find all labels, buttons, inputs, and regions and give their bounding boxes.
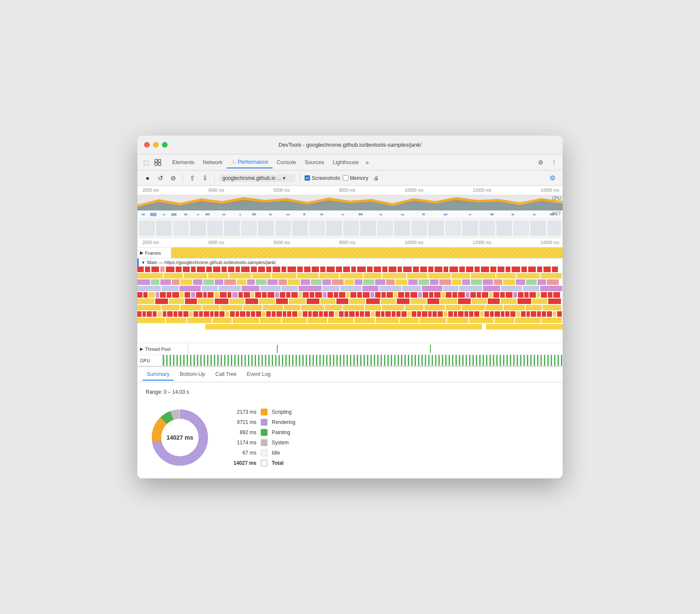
performance-settings-icon[interactable]: ⚙ bbox=[547, 173, 558, 183]
devtools-window: DevTools - googlechrome.github.io/devtoo… bbox=[137, 136, 563, 478]
svg-rect-355 bbox=[339, 311, 344, 317]
inspect-icon[interactable] bbox=[153, 157, 163, 168]
svg-rect-131 bbox=[451, 273, 470, 279]
svg-rect-383 bbox=[484, 311, 489, 317]
clear-recordings-icon[interactable]: 🖨 bbox=[371, 173, 381, 183]
svg-rect-192 bbox=[483, 286, 500, 291]
tab-console[interactable]: Console bbox=[273, 157, 301, 168]
idle-value: 67 ms bbox=[231, 450, 256, 456]
tab-call-tree[interactable]: Call Tree bbox=[211, 369, 241, 381]
svg-rect-83 bbox=[297, 267, 303, 272]
svg-rect-51 bbox=[429, 221, 444, 236]
settings-icon[interactable]: ⚙ bbox=[535, 157, 546, 168]
svg-rect-226 bbox=[315, 292, 322, 298]
painting-label: Painting bbox=[272, 429, 290, 435]
svg-rect-158 bbox=[375, 279, 385, 285]
svg-rect-107 bbox=[481, 267, 489, 272]
svg-rect-27 bbox=[444, 214, 447, 216]
svg-rect-419 bbox=[430, 345, 431, 353]
toolbar-separator-3 bbox=[300, 174, 300, 182]
svg-rect-23 bbox=[359, 213, 363, 216]
tab-bar: ⬚ Elements Network ⚠ Performance bbox=[137, 154, 563, 171]
screenshots-toggle[interactable]: Screenshots bbox=[304, 175, 340, 181]
tab-bottom-up[interactable]: Bottom-Up bbox=[175, 369, 209, 381]
main-expand-icon[interactable]: ▼ bbox=[141, 260, 145, 265]
svg-rect-415 bbox=[541, 318, 562, 323]
svg-rect-76 bbox=[241, 267, 250, 272]
svg-rect-334 bbox=[230, 311, 235, 317]
tab-elements[interactable]: Elements bbox=[168, 157, 199, 168]
close-button[interactable] bbox=[144, 142, 150, 148]
svg-rect-156 bbox=[355, 279, 362, 285]
legend-row-rendering: 9721 ms Rendering bbox=[231, 419, 295, 426]
svg-rect-316 bbox=[137, 311, 142, 317]
refresh-record-button[interactable]: ↺ bbox=[155, 173, 165, 183]
record-button[interactable]: ● bbox=[142, 173, 153, 183]
svg-rect-386 bbox=[501, 311, 504, 317]
time-ruler-labels: 2000 ms 4000 ms 6000 ms 8000 ms 10000 ms… bbox=[139, 188, 563, 193]
svg-rect-205 bbox=[191, 292, 195, 298]
svg-rect-43 bbox=[293, 221, 307, 236]
svg-rect-18 bbox=[269, 214, 272, 216]
svg-rect-101 bbox=[435, 267, 442, 272]
download-button[interactable]: ⇩ bbox=[200, 173, 210, 183]
svg-rect-325 bbox=[183, 311, 188, 317]
svg-rect-348 bbox=[303, 311, 307, 317]
tab-lighthouse[interactable]: Lighthouse bbox=[328, 157, 363, 168]
memory-checkbox[interactable] bbox=[343, 175, 348, 181]
svg-rect-313 bbox=[504, 305, 525, 310]
tab-performance[interactable]: ⚠ Performance bbox=[227, 156, 273, 168]
more-tabs-button[interactable]: » bbox=[363, 157, 371, 168]
svg-rect-351 bbox=[319, 311, 323, 317]
svg-rect-218 bbox=[267, 292, 274, 298]
svg-rect-375 bbox=[444, 311, 447, 317]
svg-rect-188 bbox=[402, 286, 421, 291]
cursor-tool-icon[interactable]: ⬚ bbox=[141, 157, 151, 168]
svg-rect-177 bbox=[179, 286, 201, 291]
svg-rect-308 bbox=[405, 305, 424, 310]
svg-rect-35 bbox=[157, 221, 171, 236]
thread-pool-content bbox=[188, 343, 563, 355]
svg-rect-257 bbox=[500, 292, 505, 298]
thread-pool-expand-icon[interactable]: ▶ bbox=[140, 347, 143, 351]
clear-button[interactable]: ⊘ bbox=[168, 173, 178, 183]
svg-rect-377 bbox=[454, 311, 457, 317]
svg-rect-178 bbox=[202, 286, 218, 291]
minimize-button[interactable] bbox=[153, 142, 159, 148]
frames-expand-icon[interactable]: ▶ bbox=[140, 250, 143, 256]
svg-rect-82 bbox=[287, 267, 296, 272]
svg-rect-243 bbox=[418, 292, 422, 298]
svg-rect-286 bbox=[427, 298, 439, 304]
svg-rect-81 bbox=[282, 267, 286, 272]
svg-rect-396 bbox=[553, 311, 556, 317]
warning-icon: ⚠ bbox=[231, 159, 236, 165]
svg-rect-128 bbox=[382, 273, 406, 279]
svg-rect-0 bbox=[155, 159, 157, 162]
svg-rect-104 bbox=[459, 267, 465, 272]
svg-rect-320 bbox=[157, 311, 162, 317]
legend-row-idle: 67 ms Idle bbox=[231, 449, 295, 456]
url-dropdown-icon[interactable]: ▾ bbox=[283, 175, 285, 181]
upload-button[interactable]: ⇧ bbox=[187, 173, 197, 183]
tab-network[interactable]: Network bbox=[199, 157, 227, 168]
more-options-icon[interactable]: ⋮ bbox=[549, 157, 559, 168]
svg-rect-346 bbox=[292, 311, 297, 317]
window-title: DevTools - googlechrome.github.io/devtoo… bbox=[279, 142, 421, 148]
tab-sources[interactable]: Sources bbox=[300, 157, 328, 168]
svg-rect-77 bbox=[251, 267, 257, 272]
screenshots-checkbox[interactable] bbox=[304, 175, 310, 181]
svg-rect-408 bbox=[376, 318, 399, 323]
svg-rect-2 bbox=[155, 163, 157, 165]
tab-event-log[interactable]: Event Log bbox=[242, 369, 275, 381]
svg-rect-239 bbox=[394, 292, 397, 298]
system-label: System bbox=[272, 440, 289, 446]
maximize-button[interactable] bbox=[162, 142, 168, 148]
svg-rect-299 bbox=[220, 305, 242, 310]
tab-summary[interactable]: Summary bbox=[142, 369, 174, 381]
total-label: Total bbox=[272, 460, 284, 466]
svg-rect-174 bbox=[547, 279, 559, 285]
svg-rect-242 bbox=[410, 292, 417, 298]
svg-rect-8 bbox=[142, 214, 145, 216]
memory-toggle[interactable]: Memory bbox=[343, 175, 368, 181]
gpu-row: GPU bbox=[137, 355, 563, 366]
